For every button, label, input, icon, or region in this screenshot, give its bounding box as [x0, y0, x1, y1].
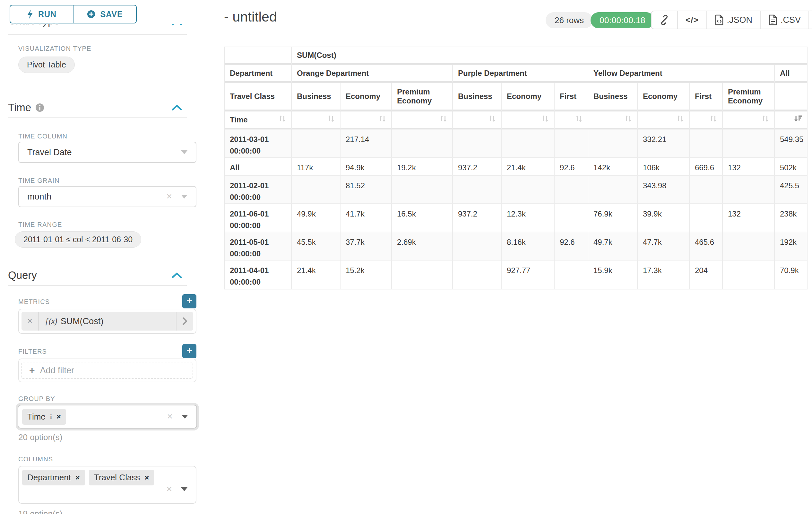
pivot-travel-class-dimension-label: Travel Class: [225, 83, 292, 111]
sort-icon[interactable]: [761, 114, 770, 125]
pivot-value-cell: [723, 261, 775, 289]
clear-icon[interactable]: ×: [167, 411, 173, 421]
pivot-sort-cell[interactable]: [292, 111, 341, 130]
table-row: 2011-05-01 00:00:0045.5k37.7k2.69k8.16k9…: [225, 232, 807, 261]
chevron-up-icon[interactable]: [171, 272, 182, 278]
pivot-row-header: 2011-05-01 00:00:00: [225, 232, 292, 261]
pivot-value-cell: 70.9k: [775, 261, 807, 289]
pivot-value-cell: [392, 176, 453, 204]
pivot-sort-cell[interactable]: [392, 111, 453, 130]
pivot-value-cell: 204: [690, 261, 723, 289]
pivot-sort-cell[interactable]: [502, 111, 555, 130]
sort-icon[interactable]: [327, 114, 336, 125]
pivot-travel-class-header: Economy: [502, 83, 555, 111]
table-row: Time: [225, 111, 807, 130]
pivot-travel-class-header: Economy: [341, 83, 392, 111]
metric-pill[interactable]: × ƒ(x) SUM(Cost): [22, 312, 193, 330]
pivot-sort-cell[interactable]: [588, 111, 638, 130]
pivot-sort-cell[interactable]: [723, 111, 775, 130]
export-csv-button[interactable]: .CSV: [760, 11, 809, 29]
menu-button[interactable]: [809, 11, 812, 29]
time-grain-select[interactable]: month ×: [18, 186, 196, 207]
clear-icon[interactable]: ×: [166, 191, 172, 201]
plus-icon: +: [29, 365, 35, 376]
row-count-badge: 26 rows: [546, 12, 593, 28]
pivot-value-cell: 8.16k: [502, 232, 555, 261]
pivot-row-header: All: [225, 158, 292, 176]
divider: [8, 34, 187, 35]
time-range-label: TIME RANGE: [18, 221, 62, 228]
sort-icon[interactable]: [488, 114, 496, 125]
pivot-value-cell: 192k: [775, 232, 807, 261]
table-row: SUM(Cost): [225, 47, 807, 65]
sort-icon[interactable]: [624, 114, 633, 125]
sort-icon[interactable]: [439, 114, 448, 125]
remove-tag-icon[interactable]: ×: [76, 473, 80, 482]
pivot-value-cell: 45.5k: [292, 232, 341, 261]
remove-metric-icon[interactable]: ×: [22, 312, 39, 330]
selected-option-tag[interactable]: Timei×: [22, 409, 66, 425]
pivot-sort-cell[interactable]: [453, 111, 502, 130]
add-filter-button[interactable]: + Add filter: [22, 362, 193, 379]
link-icon: [659, 15, 669, 25]
export-json-button[interactable]: .JSON: [706, 11, 760, 29]
time-range-value[interactable]: 2011-01-01 ≤ col < 2011-06-30: [15, 231, 141, 248]
pivot-value-cell: [292, 130, 341, 158]
chart-title: - untitled: [224, 9, 277, 25]
sort-icon[interactable]: [676, 114, 685, 125]
selected-option-tag[interactable]: Department×: [22, 470, 85, 485]
visualization-type-label: VISUALIZATION TYPE: [18, 45, 91, 52]
time-grain-value: month: [27, 192, 51, 202]
visualization-type-value[interactable]: Pivot Table: [18, 57, 75, 73]
pivot-value-cell: [555, 130, 588, 158]
columns-select[interactable]: Department×Travel Class× ×: [18, 466, 196, 504]
group-by-select[interactable]: Timei× ×: [18, 405, 197, 429]
pivot-sort-cell[interactable]: [341, 111, 392, 130]
pivot-value-cell: 16.5k: [392, 204, 453, 232]
sort-desc-icon[interactable]: [793, 114, 802, 125]
pivot-value-cell: 21.4k: [292, 261, 341, 289]
remove-tag-icon[interactable]: ×: [144, 473, 149, 482]
pivot-value-cell: 132: [723, 158, 775, 176]
sort-icon[interactable]: [378, 114, 387, 125]
clear-icon[interactable]: ×: [166, 484, 172, 493]
pivot-value-cell: 937.2: [453, 158, 502, 176]
remove-tag-icon[interactable]: ×: [57, 412, 61, 421]
expand-metric-button[interactable]: [176, 312, 193, 330]
pivot-sort-cell[interactable]: [775, 111, 807, 130]
pivot-value-cell: [555, 176, 588, 204]
caret-down-icon: [181, 487, 187, 491]
pivot-sort-cell[interactable]: [690, 111, 723, 130]
time-column-select[interactable]: Travel Date: [18, 142, 196, 163]
sort-icon[interactable]: [709, 114, 718, 125]
pivot-value-cell: 19.2k: [392, 158, 453, 176]
pivot-sort-cell[interactable]: [555, 111, 588, 130]
pivot-value-cell: 81.52: [341, 176, 392, 204]
selected-option-tag[interactable]: Travel Class×: [89, 470, 154, 485]
pivot-value-cell: 37.7k: [341, 232, 392, 261]
control-panel-sidebar: Chart Type RUN S: [0, 0, 207, 514]
pivot-department-group-header: Orange Department: [292, 65, 453, 83]
pivot-value-cell: 106k: [638, 158, 690, 176]
sort-icon[interactable]: [541, 114, 549, 125]
view-query-button[interactable]: </>: [677, 11, 706, 29]
add-metric-button[interactable]: +: [182, 294, 196, 308]
group-by-options-hint: 20 option(s): [18, 432, 62, 442]
pivot-sort-cell[interactable]: [638, 111, 690, 130]
share-link-button[interactable]: [651, 11, 677, 29]
sort-icon[interactable]: [575, 114, 583, 125]
sort-icon[interactable]: [278, 114, 287, 125]
add-filter-plus-button[interactable]: +: [182, 344, 196, 358]
save-button[interactable]: SAVE: [73, 5, 136, 23]
json-file-icon: [715, 15, 724, 25]
chevron-up-icon[interactable]: [171, 104, 182, 111]
pivot-value-cell: 47.7k: [638, 232, 690, 261]
caret-down-icon: [182, 415, 188, 418]
pivot-value-cell: [502, 176, 555, 204]
run-button[interactable]: RUN: [10, 5, 73, 23]
chart-area: - untitled 26 rows 00:00:00.18 </>: [208, 0, 812, 514]
pivot-row-header: 2011-04-01 00:00:00: [225, 261, 292, 289]
pivot-value-cell: [588, 130, 638, 158]
table-row: DepartmentOrange DepartmentPurple Depart…: [225, 65, 807, 83]
pivot-value-cell: 117k: [292, 158, 341, 176]
